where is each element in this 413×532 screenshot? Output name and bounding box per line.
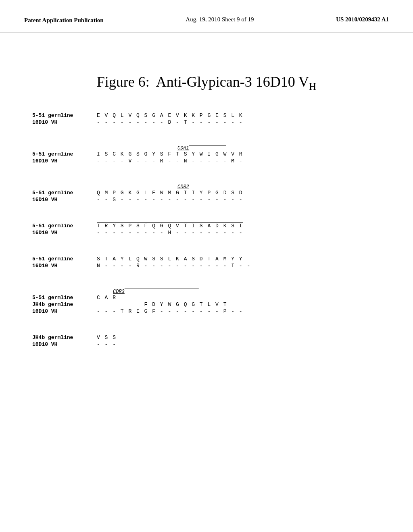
sequence-row: 16D10 VH N - - - - R - - - - - - - - - -… bbox=[32, 263, 381, 269]
seq-label: 16D10 VH bbox=[32, 230, 97, 236]
cdr-annotation-row: CDR1 bbox=[32, 145, 381, 151]
sequence-block-6: CDR3 5-51 germline C A R JH4b germline F… bbox=[32, 289, 381, 314]
seq-data: V S S bbox=[97, 335, 117, 341]
sequence-row: 16D10 VH - - - T R E G F - - - - - - - -… bbox=[32, 308, 381, 314]
sequence-row: 16D10 VH - - - - V - - - R - - N - - - -… bbox=[32, 158, 381, 164]
seq-data: Q M P G K G L E W M G I I Y P G D S D bbox=[97, 190, 243, 196]
cdr1-label: CDR1 bbox=[97, 145, 226, 151]
seq-data: - - S - - - - - - - - - - - - - - - - bbox=[97, 197, 243, 203]
seq-label: 5-51 germline bbox=[32, 256, 97, 262]
seq-label: 16D10 VH bbox=[32, 308, 97, 314]
seq-data: C A R bbox=[97, 295, 117, 301]
page-header: Patent Application Publication Aug. 19, … bbox=[0, 0, 413, 33]
seq-label: 5-51 germline bbox=[32, 295, 97, 301]
seq-data: - - - - - - - - - D - T - - - - - - - bbox=[97, 119, 243, 125]
seq-data: - - - bbox=[97, 341, 117, 347]
main-content: Figure 6: Anti-Glypican-3 16D10 VH 5-51 … bbox=[0, 33, 413, 376]
sequence-row: 16D10 VH - - S - - - - - - - - - - - - -… bbox=[32, 197, 381, 203]
publication-number: US 2010/0209432 A1 bbox=[336, 16, 389, 23]
sequence-row: 5-51 germline Q M P G K G L E W M G I I … bbox=[32, 190, 381, 196]
sequence-row: 16D10 VH - - - - - - - - - H - - - - - -… bbox=[32, 230, 381, 236]
sequence-row: 5-51 germline C A R bbox=[32, 295, 381, 301]
seq-data: - - - - - - - - - H - - - - - - - - - bbox=[97, 230, 243, 236]
sequence-block-3: CDR2 5-51 germline Q M P G K G L E W M G… bbox=[32, 184, 381, 203]
sequence-row: 16D10 VH - - - bbox=[32, 341, 381, 347]
seq-label: 16D10 VH bbox=[32, 119, 97, 125]
sequence-row: 5-51 germline I S C K G S G Y S F T S Y … bbox=[32, 151, 381, 157]
sequence-block-7: JH4b germline V S S 16D10 VH - - - bbox=[32, 335, 381, 347]
sequence-row: 16D10 VH - - - - - - - - - D - T - - - -… bbox=[32, 119, 381, 125]
sequence-row: 5-51 germline E V Q L V Q S G A E V K K … bbox=[32, 112, 381, 118]
seq-data: E V Q L V Q S G A E V K K P G E S L K bbox=[97, 112, 243, 118]
cdr3-label: CDR3 bbox=[97, 289, 199, 295]
seq-label: 5-51 germline bbox=[32, 190, 97, 196]
sequence-block-2: CDR1 5-51 germline I S C K G S G Y S F T… bbox=[32, 145, 381, 164]
sequence-row: 5-51 germline T R Y S P S F Q G Q V T I … bbox=[32, 223, 381, 229]
page: Patent Application Publication Aug. 19, … bbox=[0, 0, 413, 532]
cdr-annotation-row: CDR3 bbox=[32, 289, 381, 295]
seq-label: 16D10 VH bbox=[32, 263, 97, 269]
seq-data: I S C K G S G Y S F T S Y W I G W V R bbox=[97, 151, 243, 157]
sequence-row: JH4b germline F D Y W G Q G T L V T bbox=[32, 301, 381, 308]
sequence-block-1: 5-51 germline E V Q L V Q S G A E V K K … bbox=[32, 112, 381, 125]
seq-label: 16D10 VH bbox=[32, 158, 97, 164]
seq-data: T R Y S P S F Q G Q V T I S A D K S I bbox=[97, 223, 243, 229]
cdr2-label: CDR2 bbox=[97, 184, 263, 190]
figure-title: Figure 6: Anti-Glypican-3 16D10 VH bbox=[32, 73, 381, 92]
seq-label: 5-51 germline bbox=[32, 223, 97, 229]
seq-label: JH4b germline bbox=[32, 335, 97, 341]
seq-label: JH4b germline bbox=[32, 301, 97, 308]
cdr-annotation-row: CDR2 bbox=[32, 184, 381, 190]
seq-data: - - - - V - - - R - - N - - - - - M - bbox=[97, 158, 243, 164]
seq-data: F D Y W G Q G T L V T bbox=[97, 301, 227, 308]
seq-label: 16D10 VH bbox=[32, 341, 97, 347]
sequence-row: JH4b germline V S S bbox=[32, 335, 381, 341]
seq-data: N - - - - R - - - - - - - - - - - I - - bbox=[97, 263, 251, 269]
publication-date: Aug. 19, 2010 Sheet 9 of 19 bbox=[186, 16, 254, 23]
seq-label: 5-51 germline bbox=[32, 112, 97, 118]
seq-label: 5-51 germline bbox=[32, 151, 97, 157]
sequence-block-5: 5-51 germline S T A Y L Q W S S L K A S … bbox=[32, 256, 381, 269]
publication-label: Patent Application Publication bbox=[24, 16, 104, 25]
seq-data: S T A Y L Q W S S L K A S D T A M Y Y bbox=[97, 256, 243, 262]
sequence-block-4: 5-51 germline T R Y S P S F Q G Q V T I … bbox=[32, 223, 381, 236]
seq-label: 16D10 VH bbox=[32, 197, 97, 203]
sequence-row: 5-51 germline S T A Y L Q W S S L K A S … bbox=[32, 256, 381, 262]
seq-data: - - - T R E G F - - - - - - - - P - - bbox=[97, 308, 243, 314]
